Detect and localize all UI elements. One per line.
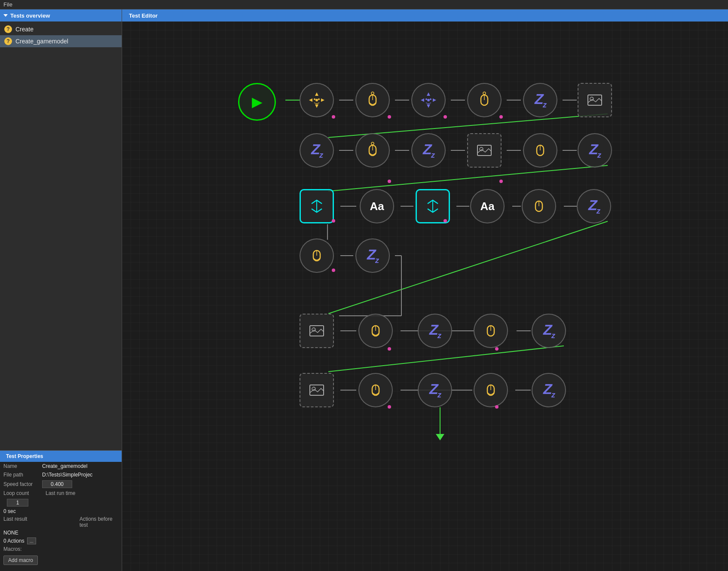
node-sleep4[interactable]: Zz: [578, 133, 612, 168]
svg-point-58: [371, 142, 374, 145]
text-aa2-icon: Aa: [480, 200, 494, 213]
svg-marker-44: [427, 92, 430, 96]
pink-dot-13: [495, 405, 499, 409]
sleep-z6-icon: Zz: [367, 246, 378, 265]
svg-marker-36: [309, 98, 312, 102]
sleep-z8-icon: Zz: [543, 321, 554, 340]
node-sleep1[interactable]: Zz: [523, 83, 557, 117]
sleep-z1-icon: Zz: [535, 91, 546, 110]
loop-count-input[interactable]: [7, 499, 28, 507]
sleep-z3-icon: Zz: [423, 141, 434, 160]
pink-dot-8: [444, 219, 447, 223]
filepath-label: File path: [3, 472, 42, 478]
node-mouse-click2[interactable]: [355, 133, 390, 168]
svg-rect-75: [310, 385, 324, 395]
svg-point-43: [371, 92, 374, 95]
node-image3[interactable]: [300, 314, 334, 348]
node-swap2[interactable]: [416, 189, 450, 223]
mouse-icon7: [481, 321, 500, 340]
tests-overview-title: Tests overview: [10, 12, 50, 19]
result-value: NONE: [3, 530, 18, 536]
speed-input[interactable]: [42, 480, 72, 488]
node-image2[interactable]: [467, 133, 502, 168]
node-sleep3[interactable]: Zz: [411, 133, 446, 168]
test-item-create[interactable]: ? Create: [0, 23, 122, 35]
test-status-icon-gamemodel: ?: [4, 37, 12, 45]
node-mouse6[interactable]: [358, 314, 393, 348]
svg-marker-46: [421, 98, 424, 102]
svg-marker-37: [321, 98, 324, 102]
play-icon: ▶: [252, 94, 263, 110]
node-image4[interactable]: [300, 373, 334, 407]
image-icon4: [307, 381, 326, 400]
properties-title: Test Properties: [6, 453, 43, 459]
cursor-v2-icon: [418, 90, 439, 110]
prop-speed-row: Speed factor: [0, 479, 122, 489]
pink-dot-5: [388, 180, 391, 183]
node-sleep5[interactable]: Zz: [577, 189, 611, 223]
node-sleep7[interactable]: Zz: [418, 314, 452, 348]
node-sleep9[interactable]: Zz: [418, 373, 452, 407]
add-macro-button[interactable]: Add macro: [3, 556, 38, 565]
sleep-z10-icon: Zz: [543, 381, 554, 400]
canvas-area[interactable]: ▶: [122, 21, 728, 571]
pink-dot-12: [388, 405, 391, 409]
node-image1[interactable]: [578, 83, 612, 117]
node-mouse9[interactable]: [474, 373, 508, 407]
node-sleep6[interactable]: Zz: [355, 238, 390, 273]
test-label-create: Create: [15, 26, 34, 33]
swap-icon2: [423, 197, 442, 216]
node-cursor1[interactable]: [300, 83, 334, 117]
actions-dots-button[interactable]: ...: [27, 537, 36, 544]
node-mouse3[interactable]: [523, 133, 557, 168]
svg-marker-34: [315, 92, 318, 96]
time-value: 0 sec: [3, 508, 16, 514]
node-mouse2[interactable]: [467, 83, 502, 117]
node-mouse8[interactable]: [358, 373, 393, 407]
node-mouse5[interactable]: [300, 238, 334, 273]
actions-row: 0 Actions ...: [0, 537, 122, 545]
node-sleep8[interactable]: Zz: [532, 314, 566, 348]
right-panel: Test Editor: [122, 9, 728, 571]
svg-rect-54: [588, 95, 602, 105]
sleep-z4-icon: Zz: [589, 141, 600, 160]
test-item-create-gamemodel[interactable]: ? Create_gamemodel: [0, 35, 122, 47]
svg-point-38: [315, 99, 318, 101]
node-swap1[interactable]: [300, 189, 334, 223]
svg-line-27: [328, 346, 564, 372]
swap-icon1: [307, 197, 326, 216]
node-text2[interactable]: Aa: [470, 189, 505, 223]
pink-dot-11: [495, 347, 499, 351]
node-play[interactable]: ▶: [238, 83, 276, 121]
test-label-gamemodel: Create_gamemodel: [15, 38, 68, 45]
pink-dot-3: [444, 115, 447, 119]
svg-point-48: [427, 99, 430, 101]
svg-point-39: [314, 98, 315, 100]
image-icon1: [585, 91, 604, 110]
pink-dot-7: [332, 219, 335, 223]
pink-dot-1: [332, 115, 335, 119]
mouse-click-icon: [475, 91, 494, 110]
sleep-z5-icon: Zz: [588, 197, 600, 216]
pink-dot-10: [388, 347, 391, 351]
pink-dot-9: [332, 269, 335, 272]
svg-rect-59: [477, 145, 491, 156]
node-text1[interactable]: Aa: [360, 189, 394, 223]
macros-label: Macros:: [3, 546, 22, 552]
actions-before-label: Actions before test: [80, 516, 118, 528]
collapse-triangle-icon: [3, 14, 8, 17]
text-aa1-icon: Aa: [370, 200, 384, 213]
node-mouse7[interactable]: [474, 314, 508, 348]
test-status-icon-create: ?: [4, 25, 12, 33]
svg-point-50: [430, 98, 431, 100]
svg-marker-45: [427, 104, 430, 108]
node-sleep10[interactable]: Zz: [532, 373, 566, 407]
node-cursor2[interactable]: [411, 83, 446, 117]
node-mouse1[interactable]: [355, 83, 390, 117]
node-mouse4[interactable]: [522, 189, 556, 223]
node-sleep2[interactable]: Zz: [300, 133, 334, 168]
prop-filepath-row: File path D:\Tests\SimpleProjec: [0, 470, 122, 479]
file-menu[interactable]: File: [3, 1, 12, 8]
properties-header: Test Properties: [0, 451, 122, 462]
prop-name-row: Name Create_gamemodel: [0, 462, 122, 470]
